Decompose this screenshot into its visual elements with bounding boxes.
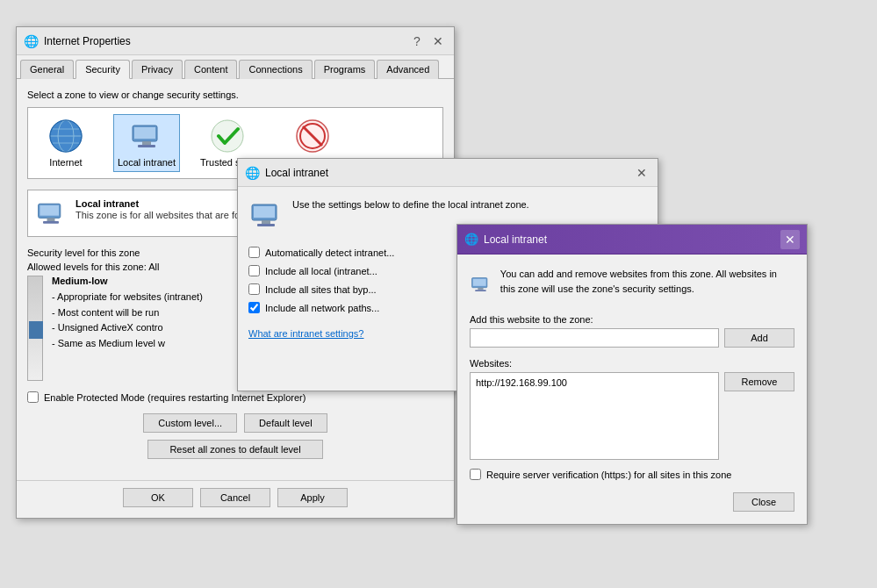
tab-content[interactable]: Content: [184, 60, 238, 79]
zone-select-label: Select a zone to view or change security…: [27, 90, 443, 100]
tab-privacy[interactable]: Privacy: [132, 60, 183, 79]
svg-rect-23: [473, 279, 486, 286]
title-bar-left: 🌐 Internet Properties: [24, 34, 131, 48]
tab-programs[interactable]: Programs: [314, 60, 376, 79]
websites-dialog: 🌐 Local intranet ✕ You can add and remov…: [456, 224, 808, 525]
svg-rect-9: [138, 145, 155, 147]
websites-close-title-button[interactable]: ✕: [780, 230, 800, 249]
websites-body: You can add and remove websites from thi…: [457, 255, 807, 524]
add-site-label: Add this website to the zone:: [470, 314, 794, 325]
level-buttons-row: Custom level... Default level: [27, 413, 443, 433]
include-bypass-checkbox[interactable]: [248, 283, 260, 295]
local-intranet-close-button[interactable]: ✕: [633, 164, 651, 182]
svg-rect-20: [262, 220, 270, 224]
svg-rect-21: [257, 224, 275, 226]
bottom-buttons: OK Cancel Apply: [17, 480, 454, 518]
protect-mode-label: Enable Protected Mode (requires restarti…: [44, 392, 306, 403]
svg-rect-19: [254, 206, 275, 218]
reset-all-button[interactable]: Reset all zones to default level: [147, 440, 323, 459]
zone-internet[interactable]: Internet: [35, 115, 97, 171]
websites-dialog-icon: [470, 267, 492, 302]
include-local-checkbox[interactable]: [248, 265, 260, 276]
svg-rect-16: [47, 218, 55, 221]
add-button[interactable]: Add: [724, 328, 794, 348]
zone-local-intranet-label: Local intranet: [118, 157, 176, 168]
internet-props-close-button[interactable]: ✕: [429, 32, 447, 50]
level-name: Medium-low: [52, 276, 108, 286]
list-item: http://192.168.99.100: [474, 376, 715, 389]
tab-bar: General Security Privacy Content Connect…: [17, 55, 454, 79]
internet-props-title: Internet Properties: [44, 35, 131, 47]
local-intranet-title-text: Local intranet: [265, 167, 328, 179]
ok-button[interactable]: OK: [123, 488, 193, 507]
tab-general[interactable]: General: [20, 60, 74, 79]
internet-icon: [48, 118, 83, 154]
trusted-sites-icon: [210, 118, 245, 154]
include-bypass-label: Include all sites that byp...: [265, 284, 377, 295]
tab-connections[interactable]: Connections: [239, 60, 312, 79]
websites-close-button[interactable]: Close: [733, 492, 794, 512]
add-site-row: Add: [470, 328, 794, 348]
svg-rect-17: [43, 221, 59, 224]
svg-rect-15: [40, 205, 59, 216]
websites-title-left: 🌐 Local intranet: [464, 233, 547, 246]
default-level-button[interactable]: Default level: [244, 413, 327, 433]
local-intranet-title-left: 🌐 Local intranet: [245, 166, 328, 180]
websites-desc: You can add and remove websites from thi…: [500, 267, 794, 296]
local-intranet-icon: 🌐: [245, 166, 260, 180]
websites-dialog-icon: 🌐: [464, 233, 478, 246]
security-zone-title: Local intranet: [75, 198, 139, 209]
svg-rect-24: [478, 288, 483, 290]
websites-title-text: Local intranet: [484, 233, 547, 246]
custom-level-button[interactable]: Custom level...: [143, 413, 237, 433]
websites-header: You can add and remove websites from thi…: [470, 267, 794, 302]
reset-row: Reset all zones to default level: [27, 440, 443, 459]
auto-detect-label: Automatically detect intranet...: [265, 247, 394, 258]
security-zone-icon: [35, 197, 67, 229]
auto-detect-checkbox[interactable]: [248, 247, 260, 258]
include-network-label: Include all network paths...: [265, 303, 379, 313]
https-checkbox-row: Require server verification (https:) for…: [470, 469, 794, 480]
websites-list[interactable]: http://192.168.99.100: [470, 372, 719, 460]
tab-security[interactable]: Security: [75, 60, 130, 79]
local-intranet-title-controls: ✕: [633, 164, 651, 182]
include-local-label: Include all local (intranet...: [265, 266, 377, 276]
restricted-sites-icon: [295, 118, 330, 154]
websites-list-row: http://192.168.99.100 Remove: [470, 372, 794, 460]
slider-thumb: [29, 321, 43, 339]
svg-rect-25: [475, 290, 485, 291]
apply-button[interactable]: Apply: [277, 488, 348, 507]
svg-rect-7: [134, 127, 155, 139]
internet-props-icon: 🌐: [24, 34, 39, 48]
dialog-desc: Use the settings below to define the loc…: [292, 197, 529, 212]
https-label: Require server verification (https:) for…: [486, 470, 731, 480]
tab-advanced[interactable]: Advanced: [377, 60, 439, 79]
remove-button[interactable]: Remove: [724, 372, 794, 391]
https-checkbox[interactable]: [470, 469, 481, 480]
local-intranet-icon: [129, 118, 164, 154]
add-site-input[interactable]: [470, 328, 719, 348]
help-button[interactable]: ?: [408, 32, 426, 50]
websites-label: Websites:: [470, 358, 794, 369]
websites-buttons: Remove: [724, 372, 794, 460]
internet-props-title-bar: 🌐 Internet Properties ? ✕: [17, 27, 454, 55]
local-intranet-title-bar: 🌐 Local intranet ✕: [238, 159, 658, 187]
websites-title-bar: 🌐 Local intranet ✕: [457, 225, 807, 255]
dialog-zone-icon: [248, 197, 284, 233]
svg-rect-8: [142, 141, 151, 145]
intranet-settings-link[interactable]: What are intranet settings?: [248, 328, 363, 339]
security-slider[interactable]: [27, 276, 43, 381]
zone-internet-label: Internet: [49, 157, 82, 168]
protect-mode-checkbox[interactable]: [27, 391, 39, 403]
cancel-button[interactable]: Cancel: [200, 488, 270, 507]
protect-mode-row: Enable Protected Mode (requires restarti…: [27, 391, 443, 403]
svg-point-10: [212, 120, 243, 152]
title-bar-controls: ? ✕: [408, 32, 447, 50]
zone-local-intranet[interactable]: Local intranet: [114, 115, 179, 171]
include-network-checkbox[interactable]: [248, 302, 260, 313]
websites-footer: Close: [470, 492, 794, 512]
